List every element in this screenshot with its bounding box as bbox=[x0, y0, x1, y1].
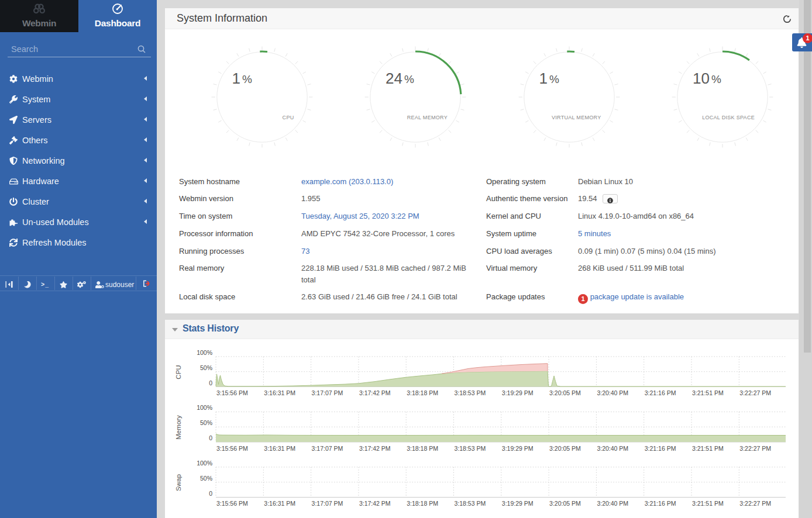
svg-text:3:22:27 PM: 3:22:27 PM bbox=[739, 500, 771, 507]
svg-text:50%: 50% bbox=[200, 475, 212, 482]
svg-text:3:20:05 PM: 3:20:05 PM bbox=[549, 389, 581, 396]
svg-text:3:19:29 PM: 3:19:29 PM bbox=[502, 445, 534, 452]
svg-text:3:15:56 PM: 3:15:56 PM bbox=[216, 445, 248, 452]
svg-text:100%: 100% bbox=[197, 349, 212, 356]
svg-text:3:19:29 PM: 3:19:29 PM bbox=[502, 389, 534, 396]
svg-text:3:18:53 PM: 3:18:53 PM bbox=[455, 500, 486, 507]
svg-text:3:17:42 PM: 3:17:42 PM bbox=[359, 389, 391, 396]
svg-text:3:17:07 PM: 3:17:07 PM bbox=[312, 445, 343, 452]
svg-text:3:16:31 PM: 3:16:31 PM bbox=[264, 445, 295, 452]
svg-text:3:18:53 PM: 3:18:53 PM bbox=[455, 389, 486, 396]
svg-text:3:17:42 PM: 3:17:42 PM bbox=[359, 500, 391, 507]
svg-text:3:20:40 PM: 3:20:40 PM bbox=[597, 445, 628, 452]
svg-text:3:21:51 PM: 3:21:51 PM bbox=[692, 389, 724, 396]
svg-text:3:22:27 PM: 3:22:27 PM bbox=[739, 389, 771, 396]
svg-text:3:21:16 PM: 3:21:16 PM bbox=[645, 445, 676, 452]
svg-text:3:20:40 PM: 3:20:40 PM bbox=[597, 389, 628, 396]
svg-text:3:20:05 PM: 3:20:05 PM bbox=[549, 445, 581, 452]
svg-text:3:21:51 PM: 3:21:51 PM bbox=[692, 500, 724, 507]
svg-text:0: 0 bbox=[209, 490, 212, 497]
svg-text:3:18:18 PM: 3:18:18 PM bbox=[407, 389, 438, 396]
svg-text:3:21:16 PM: 3:21:16 PM bbox=[645, 389, 676, 396]
svg-text:100%: 100% bbox=[197, 460, 212, 467]
svg-text:3:15:56 PM: 3:15:56 PM bbox=[216, 500, 248, 507]
svg-text:50%: 50% bbox=[200, 364, 212, 371]
svg-text:3:18:18 PM: 3:18:18 PM bbox=[407, 445, 438, 452]
svg-text:50%: 50% bbox=[200, 419, 212, 426]
svg-text:3:22:27 PM: 3:22:27 PM bbox=[739, 445, 771, 452]
svg-text:Swap: Swap bbox=[175, 474, 182, 491]
svg-text:3:18:18 PM: 3:18:18 PM bbox=[407, 500, 438, 507]
svg-text:0: 0 bbox=[209, 434, 212, 441]
svg-text:3:17:42 PM: 3:17:42 PM bbox=[359, 445, 391, 452]
svg-text:3:17:07 PM: 3:17:07 PM bbox=[312, 500, 343, 507]
svg-text:3:18:53 PM: 3:18:53 PM bbox=[455, 445, 486, 452]
svg-text:3:21:16 PM: 3:21:16 PM bbox=[645, 500, 676, 507]
svg-text:3:15:56 PM: 3:15:56 PM bbox=[216, 389, 248, 396]
svg-text:0: 0 bbox=[209, 379, 212, 386]
svg-text:3:17:07 PM: 3:17:07 PM bbox=[312, 389, 343, 396]
svg-text:3:21:51 PM: 3:21:51 PM bbox=[692, 445, 724, 452]
svg-text:CPU: CPU bbox=[175, 365, 182, 379]
svg-text:3:16:31 PM: 3:16:31 PM bbox=[264, 389, 295, 396]
svg-text:100%: 100% bbox=[197, 404, 212, 411]
svg-text:Memory: Memory bbox=[175, 415, 182, 440]
svg-text:3:20:40 PM: 3:20:40 PM bbox=[597, 500, 628, 507]
svg-text:3:19:29 PM: 3:19:29 PM bbox=[502, 500, 534, 507]
svg-text:3:16:31 PM: 3:16:31 PM bbox=[264, 500, 295, 507]
svg-text:3:20:05 PM: 3:20:05 PM bbox=[549, 500, 581, 507]
